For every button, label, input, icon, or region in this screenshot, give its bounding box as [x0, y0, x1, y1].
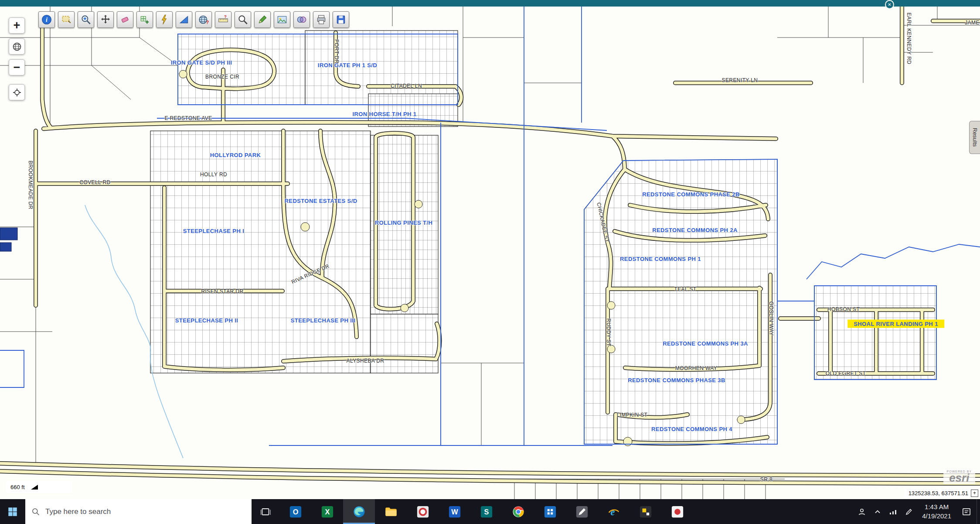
save-icon [335, 14, 347, 25]
taskbar-app-red-button[interactable] [407, 499, 439, 524]
s-app-icon: S [480, 505, 493, 518]
results-tab[interactable]: Results [969, 121, 980, 154]
tray-network-button[interactable] [885, 499, 901, 524]
taskbar-ie-button[interactable]: e [598, 499, 630, 524]
parcel-filled [0, 228, 17, 240]
road-casing [0, 0, 980, 483]
search-icon [31, 507, 40, 516]
clock-date: 4/19/2021 [922, 512, 951, 521]
toolbar-print-button[interactable] [313, 11, 330, 28]
coordinates-value: 1325238.53, 637571.51 [909, 490, 968, 497]
scale-bar: 660 ft [6, 481, 72, 493]
pen-app-icon [575, 505, 589, 518]
clock-time: 1:43 AM [922, 503, 951, 511]
subdivision-block [178, 34, 305, 105]
toolbar-identify-button[interactable]: i [38, 11, 55, 28]
toolbar-zoom-window-button[interactable] [78, 11, 94, 28]
toolbar-overlay-circles-button[interactable] [293, 11, 310, 28]
map-canvas[interactable] [0, 0, 980, 499]
ie-icon: e [607, 505, 620, 518]
toolbar-image-button[interactable] [274, 11, 290, 28]
edge-icon [353, 505, 366, 518]
browser-top-bar: ✕ [0, 0, 980, 7]
toolbar-add-grid-button[interactable] [136, 11, 153, 28]
taskbar-excel-button[interactable]: X [311, 499, 343, 524]
identify-icon: i [41, 14, 52, 25]
taskbar-pen-app-button[interactable] [566, 499, 598, 524]
taskbar-folder-button[interactable] [375, 499, 407, 524]
svg-text:i: i [46, 16, 48, 23]
chrome-icon [512, 505, 525, 518]
toolbar-globe-query-button[interactable]: ? [195, 11, 212, 28]
network-icon [888, 507, 898, 517]
toolbar-swipe-button[interactable] [176, 11, 192, 28]
taskbar-word-button[interactable]: W [439, 499, 470, 524]
scale-wedge [31, 485, 38, 490]
map-region: IRON GATE S/D PH IIIBRONZE CIRIRON GATE … [0, 0, 980, 499]
toolbar-search-button[interactable] [235, 11, 251, 28]
chevron-up-icon [872, 507, 883, 517]
taskbar-clock[interactable]: 1:43 AM 4/19/2021 [917, 499, 956, 524]
toolbar-erase-button[interactable] [117, 11, 133, 28]
select-area-icon [61, 14, 72, 25]
svg-text:O: O [293, 508, 298, 516]
road-fill [0, 0, 980, 483]
pen-icon [904, 507, 914, 517]
zoom-window-icon [80, 14, 92, 25]
action-center-button[interactable] [956, 499, 977, 524]
overlay-circles-icon [296, 14, 307, 25]
close-icon[interactable]: ✕ [885, 0, 894, 9]
task-view-icon [259, 506, 272, 518]
toolbar-draw-button[interactable] [254, 11, 271, 28]
taskbar: OXWSe 1:43 AM 4/19/2021 [0, 499, 980, 524]
task-view-button[interactable] [252, 499, 279, 524]
toolbar-select-area-button[interactable] [58, 11, 75, 28]
taskbar-s-app-button[interactable]: S [470, 499, 502, 524]
svg-text:X: X [325, 508, 330, 516]
app-red-icon [416, 505, 429, 518]
tray-chevron-up-button[interactable] [870, 499, 885, 524]
toolbar-save-button[interactable] [333, 11, 349, 28]
taskbar-edge-button[interactable] [343, 499, 375, 524]
windows-logo-icon [7, 506, 18, 517]
globe-icon [12, 41, 22, 52]
zoom-out-button[interactable]: − [9, 59, 25, 75]
swipe-icon [178, 14, 190, 25]
taskbar-grid-app-button[interactable] [534, 499, 566, 524]
lightning-icon [159, 14, 170, 25]
toolbar-lightning-button[interactable] [156, 11, 173, 28]
show-desktop-button[interactable] [977, 499, 980, 524]
taskbar-outlook-button[interactable]: O [279, 499, 311, 524]
taskbar-chrome-button[interactable] [502, 499, 534, 524]
svg-text:W: W [451, 508, 458, 516]
globe-button[interactable] [9, 38, 25, 55]
folder-icon [385, 505, 398, 518]
image-icon [276, 14, 288, 25]
esri-logo: esri [947, 473, 972, 483]
excel-icon: X [321, 505, 334, 518]
coordinate-readout: 1325238.53, 637571.51 + [904, 488, 980, 498]
zoom-in-button[interactable]: + [9, 17, 25, 34]
coordinate-plus-button[interactable]: + [971, 490, 978, 497]
locate-button[interactable] [9, 84, 25, 100]
grid-app-icon [544, 505, 557, 518]
taskbar-notes-app-button[interactable] [661, 499, 693, 524]
pinned-apps: OXWSe [279, 499, 693, 524]
dark-app-icon [639, 505, 652, 518]
system-tray [854, 499, 917, 524]
measure-icon: ? [218, 14, 229, 25]
svg-text:?: ? [206, 20, 209, 25]
start-button[interactable] [0, 499, 25, 524]
esri-attribution: POWERED BY esri [943, 469, 975, 484]
taskbar-dark-app-button[interactable] [630, 499, 661, 524]
search-input[interactable] [44, 507, 229, 517]
subdivision-block [584, 159, 777, 444]
toolbar-pan-button[interactable] [97, 11, 114, 28]
tray-pen-button[interactable] [901, 499, 917, 524]
toolbar-measure-button[interactable]: ? [215, 11, 231, 28]
taskbar-search[interactable] [25, 499, 252, 524]
subdivision-block [371, 135, 438, 314]
globe-query-icon: ? [198, 14, 209, 25]
tray-people-button[interactable] [854, 499, 870, 524]
notes-app-icon [671, 505, 684, 518]
